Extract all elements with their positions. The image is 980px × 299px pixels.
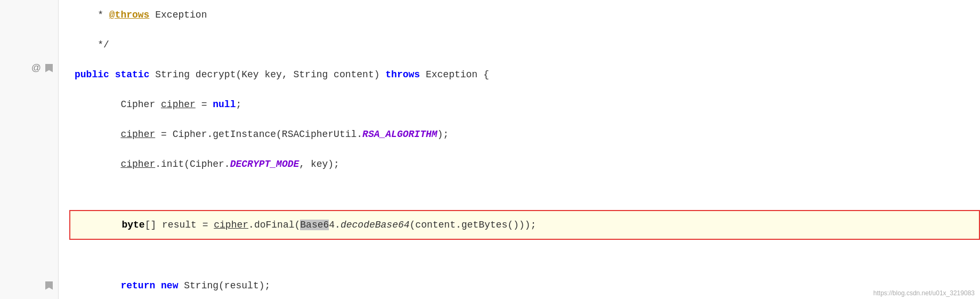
gutter-row-9 [0, 245, 58, 272]
space1 [109, 69, 115, 80]
init-key: , key); [299, 159, 339, 169]
gutter-row-7 [0, 190, 58, 217]
exception-text: Exception { [420, 69, 489, 80]
space-new [155, 280, 161, 291]
gutter-row-1 [0, 27, 58, 54]
indent3 [75, 159, 120, 169]
empty-space1 [75, 189, 80, 199]
indent1: Cipher [75, 99, 161, 110]
gutter-icon-9 [44, 254, 54, 263]
throws-asterisk: * [75, 10, 109, 20]
cipher-var1: cipher [161, 99, 196, 110]
gutter-row-8 [0, 217, 58, 245]
gutter-icon-0 [44, 9, 54, 19]
throws-exception: Exception [149, 10, 207, 20]
comment-close: */ [75, 39, 109, 50]
cipher-var4: cipher [214, 220, 248, 230]
byte-brackets: [] result = [145, 220, 214, 230]
gutter-icon-7 [44, 199, 54, 209]
gutter-row-5 [0, 136, 58, 163]
assign-null: = [196, 99, 213, 110]
space2: String decrypt(Key key, String content) [149, 69, 385, 80]
indent2 [75, 129, 120, 140]
base64-cursor: Base6 [300, 220, 329, 230]
gutter-bookmark-10[interactable] [44, 281, 54, 290]
keyword-return: return [120, 280, 155, 291]
keyword-new: new [161, 280, 178, 291]
code-line-throws: * @throws Exception [69, 0, 980, 30]
gutter-icon-4 [44, 118, 54, 127]
cipher-var3: cipher [120, 159, 155, 169]
gutter-row-0 [0, 0, 58, 27]
at-icon: @ [31, 62, 41, 74]
code-line-empty1 [69, 179, 980, 209]
gutter-icon-1 [44, 36, 54, 46]
watermark: https://blog.csdn.net/u01x_3219083 [873, 289, 975, 297]
code-line-cipher-init: cipher .init(Cipher. DECRYPT_MODE , key)… [69, 149, 980, 179]
gutter-icon-3 [44, 91, 54, 100]
code-editor: * @throws Exception */ public static Str… [59, 0, 980, 299]
gutter-icon-8 [44, 227, 54, 236]
code-line-byte-result: byte [] result = cipher .doFinal( Base6 … [69, 210, 980, 240]
string-result: String(result); [178, 280, 270, 291]
rsa-algorithm: RSA_ALGORITHM [362, 129, 437, 140]
code-line-cipher-assign: cipher = Cipher.getInstance(RSACipherUti… [69, 119, 980, 149]
base64-rest: 4.decodeBase64(content.getBytes())); [329, 220, 536, 230]
code-line-comment-close: */ [69, 30, 980, 60]
empty-space2 [75, 250, 80, 261]
keyword-byte: byte [122, 220, 144, 230]
gutter-row-6 [0, 163, 58, 190]
bookmark-shape [45, 64, 53, 72]
code-line-method-sig: public static String decrypt(Key key, St… [69, 60, 980, 90]
cipher-var2: cipher [120, 129, 155, 140]
indent5 [75, 280, 120, 291]
code-line-cipher-decl: Cipher cipher = null ; [69, 90, 980, 119]
gutter-bookmark-2[interactable] [44, 63, 54, 73]
decrypt-mode: DECRYPT_MODE [230, 159, 299, 169]
line-gutter: @ [0, 0, 59, 299]
keyword-static: static [115, 69, 150, 80]
gutter-row-3 [0, 82, 58, 109]
cipher-getinstance: = Cipher.getInstance(RSACipherUtil. [155, 129, 362, 140]
keyword-public: public [75, 69, 109, 80]
code-line-return: return new String(result); [69, 271, 980, 299]
cipher-init-text: .init(Cipher. [155, 159, 230, 169]
gutter-icon-5 [44, 145, 54, 155]
code-line-empty2 [69, 241, 980, 271]
gutter-icon-6 [44, 172, 54, 182]
gutter-row-4 [0, 109, 58, 136]
throws-keyword[interactable]: @throws [109, 10, 150, 20]
closing-paren1: ); [438, 129, 449, 140]
dofinal-text: .doFinal( [248, 220, 300, 230]
keyword-throws: throws [385, 69, 420, 80]
gutter-icon-2[interactable]: @ [31, 63, 41, 73]
gutter-row-2: @ [0, 54, 58, 82]
keyword-null: null [213, 99, 236, 110]
gutter-row-10 [0, 272, 58, 299]
code-container: @ [0, 0, 980, 299]
bookmark-shape-10 [45, 281, 53, 290]
indent4 [76, 220, 122, 230]
semicolon1: ; [236, 99, 241, 110]
